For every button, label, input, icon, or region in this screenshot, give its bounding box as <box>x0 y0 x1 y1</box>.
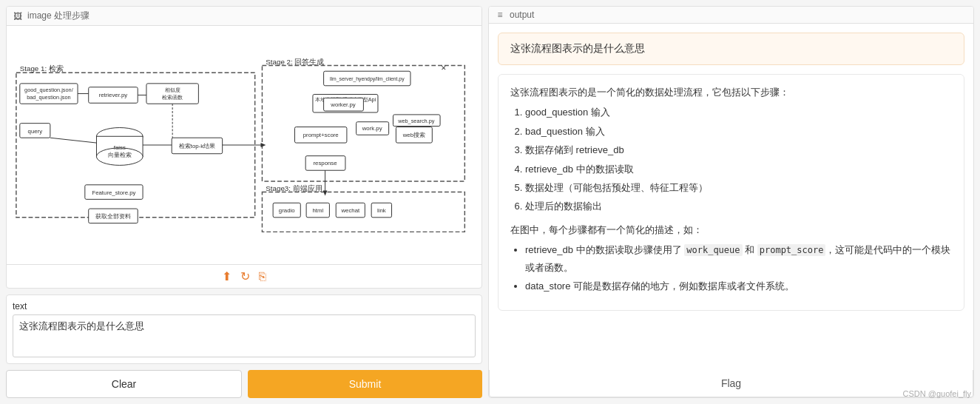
step-1: good_question 输入 <box>525 104 952 121</box>
image-section: 🖼 image 处理步骤 Stage 1: 检索 Stage 2: 回答生成 ✕… <box>6 6 482 289</box>
assistant-intro: 这张流程图表示的是一个简化的数据处理流程，它包括以下步骤： <box>510 87 789 98</box>
step-2: bad_question 输入 <box>525 123 952 140</box>
step-6: 处理后的数据输出 <box>525 198 952 215</box>
svg-text:worker.py: worker.py <box>330 101 356 108</box>
svg-text:llm_server_hyendpy/llm_client.: llm_server_hyendpy/llm_client.py <box>330 76 405 82</box>
output-tab-label: output <box>510 10 534 20</box>
svg-text:work.py: work.py <box>362 125 382 132</box>
stage2-label: Stage 2: 回答生成 <box>266 58 324 66</box>
output-tab-icon: ≡ <box>495 10 505 20</box>
detail-2: data_store 可能是数据存储的地方，例如数据库或者文件系统。 <box>525 277 952 294</box>
stage3-label: Stage3: 前端应用 <box>266 184 322 192</box>
watermark: CSDN @guofei_fly <box>903 389 971 398</box>
svg-text:获取全部资料: 获取全部资料 <box>95 213 131 220</box>
flag-bar[interactable]: Flag <box>489 370 973 397</box>
svg-text:faiss: faiss <box>114 144 126 151</box>
svg-text:检索函数: 检索函数 <box>162 94 183 101</box>
svg-text:link: link <box>377 207 386 214</box>
arrowhead-1-2 <box>260 143 266 147</box>
user-message: 这张流程图表示的是什么意思 <box>498 33 964 65</box>
svg-text:检索top-k结果: 检索top-k结果 <box>179 143 215 149</box>
svg-text:bad_question.json: bad_question.json <box>27 94 71 101</box>
arrow-3 <box>50 138 97 143</box>
diagram-canvas: Stage 1: 检索 Stage 2: 回答生成 ✕ Stage3: 前端应用… <box>7 26 481 264</box>
diagram-svg: Stage 1: 检索 Stage 2: 回答生成 ✕ Stage3: 前端应用… <box>13 32 476 258</box>
assistant-message: 这张流程图表示的是一个简化的数据处理流程，它包括以下步骤： good_quest… <box>498 74 964 311</box>
button-row: Clear Submit <box>6 370 482 398</box>
upload-icon[interactable]: ⬆ <box>222 269 232 283</box>
assistant-steps: good_question 输入 bad_question 输入 数据存储到 r… <box>525 104 952 215</box>
svg-text:prompt+score: prompt+score <box>303 132 339 138</box>
svg-text:response: response <box>313 160 337 166</box>
stage1-label: Stage 1: 检索 <box>20 64 64 73</box>
clear-button[interactable]: Clear <box>6 370 242 398</box>
copy-icon[interactable]: ⎘ <box>259 270 266 283</box>
svg-text:web搜索: web搜索 <box>402 132 425 138</box>
assistant-details: retrieve_db 中的数据读取步骤使用了 work_queue 和 pro… <box>525 241 952 294</box>
output-tab: ≡ output <box>489 7 973 24</box>
svg-text:Feature_store.py: Feature_store.py <box>92 189 135 196</box>
arrowhead-2-3 <box>323 191 328 196</box>
image-tab: 🖼 image 处理步骤 <box>7 7 481 26</box>
svg-text:web_search.py: web_search.py <box>397 118 435 124</box>
stage2-close[interactable]: ✕ <box>441 64 447 72</box>
image-tab-icon: 🖼 <box>13 11 23 21</box>
refresh-icon[interactable]: ↻ <box>240 269 250 283</box>
submit-button[interactable]: Submit <box>248 370 482 398</box>
step-3: 数据存储到 retrieve_db <box>525 141 952 158</box>
left-panel: 🖼 image 处理步骤 Stage 1: 检索 Stage 2: 回答生成 ✕… <box>0 0 488 404</box>
image-tab-label: image 处理步骤 <box>27 10 89 22</box>
assistant-detail-intro: 在图中，每个步骤都有一个简化的描述，如： <box>510 221 952 238</box>
svg-text:相似度: 相似度 <box>165 87 180 93</box>
detail-1: retrieve_db 中的数据读取步骤使用了 work_queue 和 pro… <box>525 241 952 276</box>
text-input[interactable]: 这张流程图表示的是什么意思 <box>13 314 476 357</box>
svg-text:query: query <box>28 128 43 135</box>
output-section: ≡ output 这张流程图表示的是什么意思 这张流程图表示的是一个简化的数据处… <box>488 6 974 398</box>
svg-text:向量检索: 向量检索 <box>108 152 132 158</box>
output-content[interactable]: 这张流程图表示的是什么意思 这张流程图表示的是一个简化的数据处理流程，它包括以下… <box>489 24 973 370</box>
image-toolbar: ⬆ ↻ ⎘ <box>7 264 481 288</box>
right-panel: ≡ output 这张流程图表示的是什么意思 这张流程图表示的是一个简化的数据处… <box>488 0 980 404</box>
svg-text:html: html <box>312 207 323 214</box>
step-4: retrieve_db 中的数据读取 <box>525 161 952 178</box>
svg-text:wechat: wechat <box>340 207 360 214</box>
svg-text:retriever.py: retriever.py <box>99 92 128 98</box>
text-section: text 这张流程图表示的是什么意思 <box>6 294 482 364</box>
text-label: text <box>13 301 476 312</box>
step-5: 数据处理（可能包括预处理、特征工程等） <box>525 179 952 196</box>
svg-text:good_question.json/: good_question.json/ <box>24 87 74 93</box>
svg-text:gradio: gradio <box>279 207 295 214</box>
